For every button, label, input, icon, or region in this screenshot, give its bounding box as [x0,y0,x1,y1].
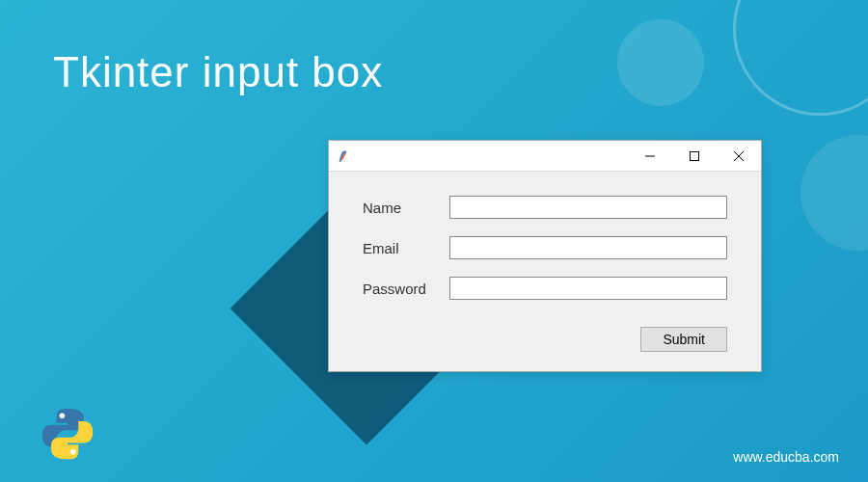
maximize-icon [689,150,700,162]
bg-decoration-circle [800,135,868,251]
name-input[interactable] [449,196,727,219]
close-button[interactable] [717,141,761,172]
tkinter-window: Name Email Password Submit [328,140,762,372]
python-logo-icon [39,405,96,463]
password-input[interactable] [449,277,727,300]
bg-decoration-circle [617,19,704,106]
form-row-name: Name [363,196,727,219]
maximize-button[interactable] [672,141,717,172]
form-row-email: Email [363,236,727,259]
submit-button[interactable]: Submit [640,327,727,352]
email-label: Email [363,240,449,256]
minimize-icon [644,150,656,162]
name-label: Name [363,200,449,216]
page-title: Tkinter input box [53,48,383,96]
password-label: Password [363,281,449,297]
footer-url: www.educba.com [733,449,839,465]
window-title-bar [329,141,761,172]
button-row: Submit [363,327,727,352]
svg-rect-1 [691,151,699,160]
close-icon [733,150,745,162]
form-row-password: Password [363,277,727,300]
email-input[interactable] [449,236,727,259]
svg-point-4 [60,413,66,418]
minimize-button[interactable] [628,141,672,172]
svg-point-5 [70,449,76,455]
window-controls [628,141,761,172]
bg-decoration-circle [733,0,868,116]
form-body: Name Email Password Submit [329,172,761,371]
tk-feather-icon [337,148,352,164]
